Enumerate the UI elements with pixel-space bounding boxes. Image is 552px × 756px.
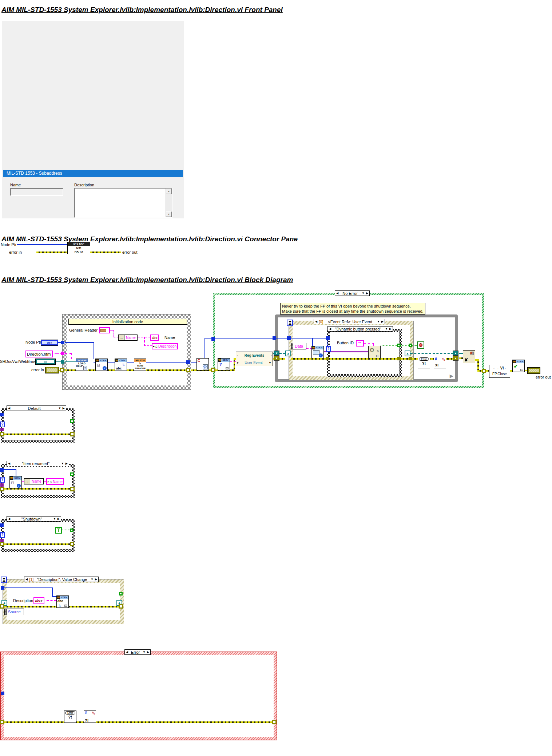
description-scrollbar[interactable]: ▲ ▼ [166,189,172,217]
wire-selector [327,340,328,347]
w-badge: W [57,596,60,599]
case-dropdown-icon[interactable]: ▼ [91,577,94,582]
wire-node-ptr [276,338,289,339]
prev-case-icon[interactable]: ◀ [8,516,10,522]
next-case-icon[interactable]: ▶ [65,461,68,466]
wire-node-ptr [52,587,53,597]
event-selector[interactable]: ◀ [0] <Event Ref>: User Event ▼ ▶ [314,319,385,324]
error-in-label: error in [31,368,44,372]
case-selector-item-renamed[interactable]: ◀ "Item renamed" ▼ ▶ [7,461,69,466]
next-case-icon[interactable]: ▶ [147,649,149,655]
prev-case-icon[interactable]: ◀ [315,319,317,324]
panel-header-text: MIL-STD 1553 - Subaddress [7,171,62,176]
tunnel-blue [1,586,4,590]
case-selector-shutdown[interactable]: ◀ "Shutdown" ▼ ▶ [7,516,61,522]
case-dropdown-icon[interactable]: ▼ [143,649,146,655]
event-data-node-source: Source [4,609,24,615]
cdev-abc-vi-icon: WCDEV abc↳ [56,595,69,608]
case-label: "Item renamed" [12,462,60,466]
wire-error [4,721,272,723]
property-arrow-icon: → [119,335,124,340]
prev-case-icon[interactable]: ◀ [25,577,28,582]
tunnel-blue [61,341,64,344]
tunnel-blue [273,336,276,340]
unregister-events-vi-icon: ▨ ✕ ✘ [463,350,475,363]
prev-case-icon[interactable]: ◀ [329,326,331,332]
pencil-icon: ✎ [92,711,95,716]
grid-glyph [203,364,208,369]
stop-button[interactable] [417,341,424,349]
sequence-title-bar: Initialization code [68,319,187,325]
next-case-icon[interactable]: ▶ [381,319,384,324]
case-dropdown-icon[interactable]: ▼ [377,319,380,324]
source-label: Source [7,610,22,614]
property-node-name: → Name [24,478,44,484]
next-case-icon[interactable]: ▶ [366,290,368,296]
tunnel-error-out [70,487,75,491]
next-case-icon[interactable]: ▶ [57,516,60,522]
web-browser-refnum-terminal: ▤ [35,359,56,365]
case-selector-error[interactable]: ◀ Error ▼ ▶ [124,649,151,655]
tunnel-blue [287,336,291,340]
wire-cluster [114,330,114,337]
error-dialog-vi-icon: Error ?! [418,357,430,368]
property-node-name: → Name [118,335,138,341]
case-selector-default[interactable]: ◀ Default ▼ ▶ [7,405,66,411]
name-label: Name [10,183,21,187]
error-cluster-glyph [45,367,59,373]
name-input[interactable] [10,188,63,196]
tunnel-error-out [70,542,74,546]
case-dropdown-icon[interactable]: ▼ [385,326,388,332]
wire-error [234,358,235,371]
direction-html-constant: Direction.html [25,351,53,357]
black-x-icon: ✘ [464,357,468,363]
event-selector-description[interactable]: ◀ [1] "Description": Value Change ▼ ▶ [24,577,99,582]
next-case-icon[interactable]: ▶ [95,577,97,582]
case-dropdown-icon[interactable]: ▼ [53,516,56,522]
error-case-structure [1,652,277,740]
case-selector-dynamic-button[interactable]: ◀ "Dynamic button pressed" ▼ ▶ [327,326,393,332]
settings-gear-vi-icon: ⚙ ↴ [368,346,381,358]
tunnel-error [0,604,4,609]
case-selector-no-error[interactable]: ◀ No Error ▼ ▶ [335,290,370,296]
error-out-terminal [527,367,540,374]
wire-node-ptr [16,469,16,477]
mini-page-icon: ▫ [271,354,272,357]
case-dropdown-icon[interactable]: ▼ [58,405,61,411]
info-icon: i [103,366,107,370]
description-indicator: ▸ ⌂ Description [152,343,178,349]
help-page-icon: ? [83,366,87,370]
gear-icon: ⚙ [369,347,374,353]
tunnel-error [0,432,4,436]
case-dropdown-icon[interactable]: ▼ [362,290,365,296]
next-case-icon[interactable]: ▶ [63,405,65,411]
panel-header-bar: MIL-STD 1553 - Subaddress [3,170,183,177]
description-textarea[interactable]: ▲ ▼ [74,188,172,218]
class-c-glyph: C [198,359,200,363]
prev-case-icon[interactable]: ◀ [336,290,338,296]
w-badge: W [10,476,13,480]
prev-case-icon[interactable]: ◀ [8,405,10,411]
case-selector-terminal: ? [326,346,331,352]
prev-case-icon[interactable]: ◀ [126,649,128,655]
wire-refnum [65,361,76,362]
case-selector-terminal: ? [0,421,5,427]
tunnel-boolean [409,344,412,347]
wire-node-ptr [215,338,274,339]
property-name-text: Name [30,479,43,484]
dropdown-icon[interactable]: ▼ [269,361,271,364]
invoke-vi-text: VI [500,366,504,370]
play-icon: ▸ [48,480,49,483]
next-case-icon[interactable]: ▶ [389,326,392,332]
prev-case-icon[interactable]: ◀ [8,461,10,466]
button-id-label: Button ID [337,341,354,345]
scroll-up-icon[interactable]: ▲ [166,189,172,194]
name-indicator-text: Name [53,480,63,484]
case-dropdown-icon[interactable]: ▼ [61,461,64,466]
tunnel-error-out [119,604,123,609]
tunnel-boolean-out [119,592,123,595]
wire-node-ptr [94,342,94,359]
picture-glyph [313,350,319,355]
reg-events-row: User Event [240,361,267,365]
scroll-down-icon[interactable]: ▼ [166,211,172,217]
